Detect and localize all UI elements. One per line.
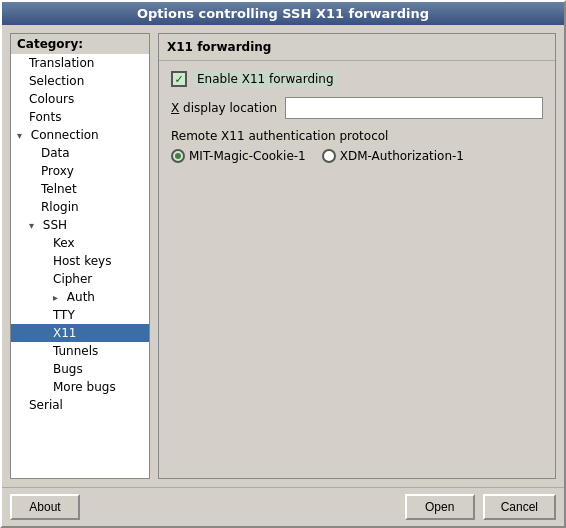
sidebar-item-bugs[interactable]: Bugs — [11, 360, 149, 378]
colours-label: Colours — [29, 92, 74, 106]
sidebar-item-hostkeys[interactable]: Host keys — [11, 252, 149, 270]
sidebar-item-auth[interactable]: ▸ Auth — [11, 288, 149, 306]
sidebar-item-tunnels[interactable]: Tunnels — [11, 342, 149, 360]
proxy-label: Proxy — [41, 164, 74, 178]
bugs-label: Bugs — [53, 362, 83, 376]
sidebar-item-ssh[interactable]: ▾ SSH — [11, 216, 149, 234]
options-content: Enable X11 forwarding X display location… — [159, 61, 555, 173]
auth-expand-icon: ▸ — [53, 292, 63, 303]
sidebar-item-selection[interactable]: Selection — [11, 72, 149, 90]
main-window: Options controlling SSH X11 forwarding C… — [0, 0, 566, 528]
sidebar-item-fonts[interactable]: Fonts — [11, 108, 149, 126]
sidebar-item-kex[interactable]: Kex — [11, 234, 149, 252]
sidebar-item-tty[interactable]: TTY — [11, 306, 149, 324]
sidebar-item-connection[interactable]: ▾ Connection — [11, 126, 149, 144]
x-display-label-text: display location — [183, 101, 277, 115]
x11-label: X11 — [53, 326, 77, 340]
main-content: Category: Translation Selection Colours … — [2, 25, 564, 487]
x-display-input[interactable] — [285, 97, 543, 119]
kex-label: Kex — [53, 236, 75, 250]
enable-x11-checkbox[interactable] — [171, 71, 187, 87]
protocol-radio-row: MIT-Magic-Cookie-1 XDM-Authorization-1 — [171, 149, 543, 163]
x-display-row: X display location — [171, 97, 543, 119]
morebugs-label: More bugs — [53, 380, 116, 394]
rlogin-label: Rlogin — [41, 200, 79, 214]
sidebar-item-rlogin[interactable]: Rlogin — [11, 198, 149, 216]
options-box: X11 forwarding Enable X11 forwarding X d… — [158, 33, 556, 479]
sidebar-item-cipher[interactable]: Cipher — [11, 270, 149, 288]
serial-label: Serial — [29, 398, 63, 412]
sidebar-item-data[interactable]: Data — [11, 144, 149, 162]
category-label: Category: — [11, 34, 149, 54]
connection-expand-icon: ▾ — [17, 130, 27, 141]
connection-label: Connection — [31, 128, 99, 142]
protocol-section: Remote X11 authentication protocol MIT-M… — [171, 129, 543, 163]
x-display-underline: X — [171, 101, 179, 115]
tunnels-label: Tunnels — [53, 344, 98, 358]
tty-label: TTY — [53, 308, 75, 322]
section-title: X11 forwarding — [159, 34, 555, 61]
auth-label: Auth — [67, 290, 95, 304]
window-title: Options controlling SSH X11 forwarding — [137, 6, 429, 21]
sidebar-item-morebugs[interactable]: More bugs — [11, 378, 149, 396]
sidebar-item-proxy[interactable]: Proxy — [11, 162, 149, 180]
selection-label: Selection — [29, 74, 84, 88]
title-bar: Options controlling SSH X11 forwarding — [2, 2, 564, 25]
sidebar-item-translation[interactable]: Translation — [11, 54, 149, 72]
left-panel: Category: Translation Selection Colours … — [10, 33, 150, 479]
enable-x11-row[interactable]: Enable X11 forwarding — [171, 71, 543, 87]
cancel-button[interactable]: Cancel — [483, 494, 556, 520]
radio-xdm-label: XDM-Authorization-1 — [340, 149, 464, 163]
radio-xdm-button[interactable] — [322, 149, 336, 163]
about-button[interactable]: About — [10, 494, 80, 520]
radio-mit-button[interactable] — [171, 149, 185, 163]
cipher-label: Cipher — [53, 272, 92, 286]
sidebar-item-x11[interactable]: X11 — [11, 324, 149, 342]
ssh-expand-icon: ▾ — [29, 220, 39, 231]
radio-mit-label: MIT-Magic-Cookie-1 — [189, 149, 306, 163]
fonts-label: Fonts — [29, 110, 61, 124]
enable-x11-label: Enable X11 forwarding — [193, 71, 338, 87]
x-display-label: X display location — [171, 101, 277, 115]
bottom-bar: About Open Cancel — [2, 487, 564, 526]
right-buttons: Open Cancel — [405, 494, 556, 520]
tree-container[interactable]: Translation Selection Colours Fonts ▾ Co… — [11, 54, 149, 478]
hostkeys-label: Host keys — [53, 254, 111, 268]
sidebar-item-telnet[interactable]: Telnet — [11, 180, 149, 198]
sidebar-item-colours[interactable]: Colours — [11, 90, 149, 108]
sidebar-item-serial[interactable]: Serial — [11, 396, 149, 414]
data-label: Data — [41, 146, 70, 160]
radio-mit[interactable]: MIT-Magic-Cookie-1 — [171, 149, 306, 163]
ssh-label: SSH — [43, 218, 67, 232]
protocol-label: Remote X11 authentication protocol — [171, 129, 543, 143]
open-button[interactable]: Open — [405, 494, 475, 520]
radio-xdm[interactable]: XDM-Authorization-1 — [322, 149, 464, 163]
right-panel: X11 forwarding Enable X11 forwarding X d… — [158, 33, 556, 479]
telnet-label: Telnet — [41, 182, 77, 196]
translation-label: Translation — [29, 56, 94, 70]
